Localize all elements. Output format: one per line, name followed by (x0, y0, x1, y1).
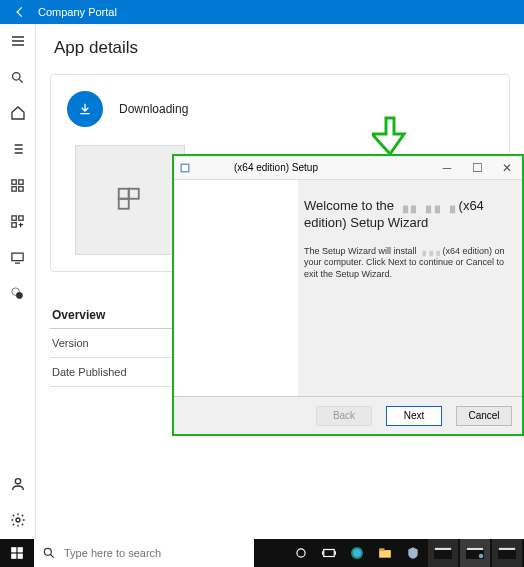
svg-point-23 (297, 549, 305, 557)
grid-add-icon[interactable] (9, 212, 27, 230)
chat-icon[interactable] (9, 284, 27, 302)
page-title: App details (54, 38, 510, 58)
svg-rect-15 (129, 189, 139, 199)
grid-icon[interactable] (9, 176, 27, 194)
svg-rect-5 (12, 215, 16, 219)
svg-rect-8 (12, 253, 23, 261)
svg-rect-3 (12, 186, 16, 190)
installer-app-icon (178, 161, 192, 175)
terminal-icon-3[interactable] (492, 539, 522, 567)
svg-rect-35 (499, 548, 516, 550)
svg-rect-32 (467, 548, 484, 550)
svg-point-22 (44, 548, 51, 555)
svg-point-26 (353, 549, 361, 557)
search-icon[interactable] (9, 68, 27, 86)
download-icon (67, 91, 103, 127)
svg-rect-19 (18, 547, 23, 552)
explorer-icon[interactable] (372, 539, 398, 567)
taskbar-search[interactable] (34, 539, 254, 567)
svg-point-0 (13, 72, 21, 80)
terminal-icon-2[interactable] (460, 539, 490, 567)
svg-point-11 (15, 479, 20, 484)
terminal-icon[interactable] (428, 539, 458, 567)
portal-icon[interactable] (400, 539, 426, 567)
svg-rect-30 (435, 548, 452, 550)
home-icon[interactable] (9, 104, 27, 122)
app-thumbnail (75, 145, 185, 255)
settings-icon[interactable] (9, 511, 27, 529)
svg-point-10 (16, 292, 22, 298)
close-button[interactable]: ✕ (492, 161, 522, 175)
svg-rect-4 (19, 186, 23, 190)
back-button[interactable] (6, 5, 34, 19)
download-status: Downloading (119, 102, 188, 116)
back-button: Back (316, 406, 372, 426)
svg-rect-1 (12, 179, 16, 183)
cancel-button[interactable]: Cancel (456, 406, 512, 426)
svg-point-33 (479, 554, 484, 559)
svg-rect-18 (11, 547, 16, 552)
device-icon[interactable] (9, 248, 27, 266)
svg-rect-13 (119, 189, 129, 199)
profile-icon[interactable] (9, 475, 27, 493)
installer-title: (x64 edition) Setup (234, 162, 432, 173)
installer-dialog: (x64 edition) Setup ─ ☐ ✕ Welcome to the… (172, 154, 524, 436)
svg-rect-20 (11, 554, 16, 559)
menu-icon[interactable] (9, 32, 27, 50)
search-input[interactable] (64, 547, 254, 559)
installer-body-text: The Setup Wizard will install ▗▗▗ (x64 e… (304, 246, 510, 281)
svg-rect-6 (19, 215, 23, 219)
svg-rect-2 (19, 179, 23, 183)
svg-rect-28 (379, 548, 384, 551)
svg-rect-14 (119, 199, 129, 209)
svg-rect-17 (182, 165, 188, 171)
taskview-icon[interactable] (316, 539, 342, 567)
edge-icon[interactable] (344, 539, 370, 567)
installer-side-graphic (174, 180, 298, 396)
svg-rect-24 (324, 550, 335, 557)
svg-point-12 (16, 518, 20, 522)
installer-heading: Welcome to the ▗ ▖▗ ▖▗ (x64 edition) Set… (304, 198, 510, 232)
next-button[interactable]: Next (386, 406, 442, 426)
svg-rect-21 (18, 554, 23, 559)
maximize-button[interactable]: ☐ (462, 161, 492, 175)
start-button[interactable] (0, 539, 34, 567)
minimize-button[interactable]: ─ (432, 161, 462, 175)
list-icon[interactable] (9, 140, 27, 158)
cortana-icon[interactable] (288, 539, 314, 567)
svg-rect-7 (12, 222, 16, 226)
app-title: Company Portal (38, 6, 117, 18)
